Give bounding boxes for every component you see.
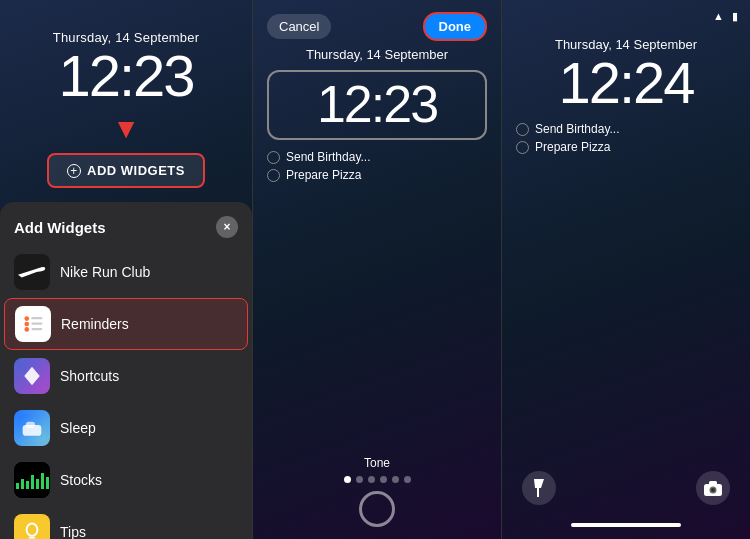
- list-item[interactable]: Shortcuts: [0, 350, 252, 402]
- radio-icon: [516, 123, 529, 136]
- panel-2: Cancel Done Thursday, 14 September 12:23…: [252, 0, 501, 539]
- svg-rect-6: [31, 328, 42, 330]
- svg-point-2: [24, 322, 29, 327]
- widget-name: Tips: [60, 524, 86, 539]
- date-label: Thursday, 14 September: [502, 27, 750, 52]
- time-label: 12:24: [502, 54, 750, 112]
- stocks-icon: [14, 462, 50, 498]
- clock-widget: 12:23: [267, 70, 487, 140]
- list-item[interactable]: Stocks: [0, 454, 252, 506]
- close-button[interactable]: ×: [216, 216, 238, 238]
- reminders-list: Send Birthday... Prepare Pizza: [267, 150, 487, 186]
- flashlight-button[interactable]: [522, 471, 556, 505]
- nike-icon: [14, 254, 50, 290]
- radio-icon: [267, 169, 280, 182]
- dot-3: [368, 476, 375, 483]
- dot-6: [404, 476, 411, 483]
- radio-icon: [516, 141, 529, 154]
- reminder-text: Prepare Pizza: [286, 168, 361, 182]
- top-content: Thursday, 14 September 12:23 ▼ + ADD WID…: [0, 0, 252, 188]
- camera-button[interactable]: [696, 471, 730, 505]
- reminder-text: Send Birthday...: [535, 122, 620, 136]
- wifi-icon: ▲: [713, 10, 724, 23]
- time-label: 12:23: [58, 47, 193, 105]
- svg-marker-16: [534, 479, 544, 497]
- widget-name: Shortcuts: [60, 368, 119, 384]
- list-item: Send Birthday...: [267, 150, 487, 164]
- svg-point-3: [24, 327, 29, 332]
- svg-point-1: [24, 316, 29, 321]
- page-dots: [344, 476, 411, 483]
- svg-rect-18: [709, 481, 717, 485]
- list-item: Send Birthday...: [516, 122, 736, 136]
- dot-1: [344, 476, 351, 483]
- reminder-text: Send Birthday...: [286, 150, 371, 164]
- dot-2: [356, 476, 363, 483]
- reminder-text: Prepare Pizza: [535, 140, 610, 154]
- shortcuts-icon: [14, 358, 50, 394]
- tips-icon: [14, 514, 50, 539]
- svg-point-20: [711, 488, 715, 492]
- dot-4: [380, 476, 387, 483]
- tone-label: Tone: [364, 456, 390, 470]
- panel-1: Thursday, 14 September 12:23 ▼ + ADD WID…: [0, 0, 252, 539]
- cancel-button[interactable]: Cancel: [267, 14, 331, 39]
- home-bar: [571, 523, 681, 527]
- dot-5: [392, 476, 399, 483]
- svg-rect-5: [31, 322, 42, 324]
- reminders-icon: [15, 306, 51, 342]
- widget-panel-header: Add Widgets ×: [0, 202, 252, 246]
- done-button[interactable]: Done: [423, 12, 488, 41]
- home-bar-container: [502, 523, 750, 539]
- panel-3: ▲ ▮ Thursday, 14 September 12:24 Send Bi…: [501, 0, 750, 539]
- status-bar: ▲ ▮: [502, 0, 750, 27]
- widget-name: Reminders: [61, 316, 129, 332]
- battery-icon: ▮: [732, 10, 738, 23]
- down-arrow-icon: ▼: [112, 113, 140, 145]
- list-item[interactable]: Reminders: [4, 298, 248, 350]
- list-item: Prepare Pizza: [267, 168, 487, 182]
- radio-icon: [267, 151, 280, 164]
- time-label: 12:23: [317, 75, 437, 133]
- widget-name: Nike Run Club: [60, 264, 150, 280]
- svg-rect-4: [31, 317, 42, 319]
- widget-list: Nike Run Club Reminders: [0, 246, 252, 539]
- plus-icon: +: [67, 164, 81, 178]
- svg-rect-14: [29, 537, 35, 539]
- date-label: Thursday, 14 September: [253, 47, 501, 62]
- add-widgets-button[interactable]: + ADD WIDGETS: [47, 153, 205, 188]
- panel2-bottom: Tone: [253, 456, 501, 539]
- sleep-icon: [14, 410, 50, 446]
- reminders-list: Send Birthday... Prepare Pizza: [516, 122, 736, 158]
- panel2-top-bar: Cancel Done: [253, 0, 501, 47]
- list-item[interactable]: Tips: [0, 506, 252, 539]
- list-item[interactable]: Nike Run Club: [0, 246, 252, 298]
- widget-panel-title: Add Widgets: [14, 219, 106, 236]
- panel3-bottom: [502, 471, 750, 523]
- widget-panel: Add Widgets × Nike Run Club: [0, 202, 252, 539]
- widget-name: Sleep: [60, 420, 96, 436]
- widget-name: Stocks: [60, 472, 102, 488]
- svg-rect-11: [26, 422, 35, 428]
- camera-shutter-button[interactable]: [359, 491, 395, 527]
- list-item[interactable]: Sleep: [0, 402, 252, 454]
- add-widgets-label: ADD WIDGETS: [87, 163, 185, 178]
- list-item: Prepare Pizza: [516, 140, 736, 154]
